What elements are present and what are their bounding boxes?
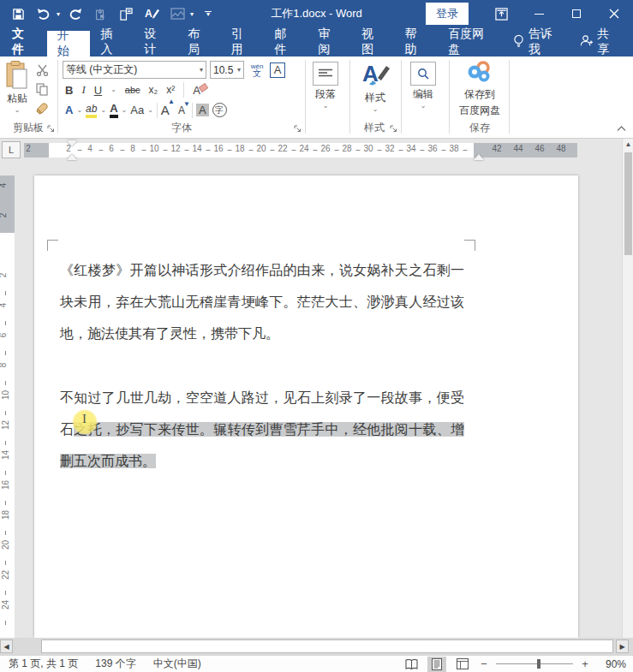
editing-button[interactable]: 编辑 ⌄: [410, 62, 436, 109]
tab-file[interactable]: 文件: [0, 27, 47, 56]
tab-mailings[interactable]: 邮件: [264, 27, 308, 56]
tab-review[interactable]: 审阅: [308, 27, 351, 56]
text-line[interactable]: 《红楼梦》开篇以神话形式介绍作品的由来，说女娲补天之石剩一: [60, 254, 464, 286]
close-button[interactable]: [595, 0, 633, 27]
vertical-scrollbar[interactable]: ▲: [622, 139, 633, 638]
strikethrough-button[interactable]: abc: [125, 85, 140, 95]
new-comment-icon[interactable]: [115, 3, 137, 24]
tab-home[interactable]: 开始: [47, 31, 91, 56]
print-layout-icon[interactable]: [427, 657, 446, 672]
right-indent-marker[interactable]: [474, 154, 484, 160]
highlight-dropdown-icon[interactable]: ⌄: [100, 108, 106, 113]
save-to-baidu-button[interactable]: 保存到 百度网盘: [454, 61, 505, 118]
cut-button[interactable]: [33, 62, 51, 79]
zoom-slider-thumb[interactable]: [537, 659, 540, 669]
zoom-in-icon[interactable]: +: [580, 657, 590, 670]
document-text[interactable]: 《红楼梦》开篇以神话形式介绍作品的由来，说女娲补天之石剩一块未用，弃在大荒山无稽…: [60, 254, 464, 509]
change-case-dropdown-icon[interactable]: ⌄: [147, 108, 153, 113]
scroll-right-icon[interactable]: ▶: [616, 639, 629, 653]
read-mode-icon[interactable]: [402, 657, 421, 672]
maximize-button[interactable]: [558, 0, 595, 27]
ribbon-display-options-icon[interactable]: [482, 0, 520, 27]
font-dialog-launcher-icon[interactable]: [294, 123, 302, 135]
redo-icon[interactable]: [63, 3, 86, 24]
undo-dropdown-icon[interactable]: ▾: [57, 10, 60, 18]
underline-button[interactable]: U: [94, 84, 102, 97]
format-painter-button[interactable]: [33, 99, 51, 116]
save-icon[interactable]: [7, 3, 29, 24]
tab-stop-selector[interactable]: L: [2, 141, 21, 158]
clear-formatting-button[interactable]: A: [193, 84, 200, 97]
tab-baidu-netdisk[interactable]: 百度网盘: [438, 27, 504, 56]
tab-insert[interactable]: 插入: [90, 27, 134, 56]
font-edit-icon[interactable]: A: [140, 3, 163, 24]
font-name-combo[interactable]: 等线 (中文正文) ▾: [63, 61, 206, 79]
styles-button[interactable]: A 样式 ⌄: [361, 61, 390, 112]
zoom-level[interactable]: 90%: [597, 658, 626, 670]
paragraph[interactable]: 不知过了几世几劫，空空道人路过，见石上刻录了一段故事，便受石之托，抄写下来传世。…: [60, 382, 464, 477]
font-color-dropdown-icon[interactable]: ⌄: [122, 108, 128, 113]
character-shading-button[interactable]: A: [196, 104, 209, 116]
paragraph-dropdown-icon[interactable]: ⌄: [323, 104, 329, 109]
scroll-up-icon[interactable]: ▲: [623, 139, 633, 150]
zoom-out-icon[interactable]: −: [479, 657, 489, 670]
grow-font-button[interactable]: A▲: [161, 103, 170, 117]
share-button[interactable]: 共享: [570, 27, 633, 56]
horizontal-scrollbar[interactable]: ◀ ▶: [0, 638, 633, 655]
selected-text[interactable]: 删五次而成书。: [60, 454, 156, 468]
paste-dropdown-icon[interactable]: ⌄: [15, 108, 21, 113]
change-case-button[interactable]: Aa: [130, 104, 144, 116]
copy-button[interactable]: [33, 80, 51, 98]
text-line[interactable]: 删五次而成书。: [60, 445, 464, 477]
tab-help[interactable]: 帮助: [395, 27, 439, 56]
phonetic-guide-button[interactable]: wén 文: [248, 62, 266, 79]
paragraph[interactable]: 《红楼梦》开篇以神话形式介绍作品的由来，说女娲补天之石剩一块未用，弃在大荒山无稽…: [60, 254, 464, 349]
enclose-characters-button[interactable]: 字: [212, 103, 227, 117]
superscript-button[interactable]: x²: [166, 84, 175, 96]
styles-dropdown-icon[interactable]: ⌄: [373, 107, 379, 112]
clipboard-dialog-launcher-icon[interactable]: [47, 123, 55, 135]
sign-in-button[interactable]: 登录: [426, 3, 469, 25]
font-name-dropdown-icon[interactable]: ▾: [196, 66, 203, 74]
bold-button[interactable]: B: [65, 84, 73, 97]
zoom-slider[interactable]: [496, 663, 573, 664]
underline-dropdown-icon[interactable]: ⌄: [110, 87, 116, 92]
vertical-scroll-thumb[interactable]: [624, 152, 632, 255]
selected-text[interactable]: 之托，抄写下来传世。辗转传到曹雪芹手中，经他批阅十载、增: [74, 422, 464, 437]
collapse-ribbon-icon[interactable]: [617, 122, 626, 134]
tab-design[interactable]: 设计: [134, 27, 177, 56]
minimize-button[interactable]: [520, 0, 558, 27]
paste-button[interactable]: 粘贴 ⌄: [4, 61, 30, 113]
web-layout-icon[interactable]: [453, 657, 472, 672]
tab-layout[interactable]: 布局: [177, 27, 221, 56]
word-count[interactable]: 139 个字: [87, 657, 144, 671]
horizontal-ruler[interactable]: 2 24681012141618202224262830323436384244…: [24, 143, 577, 158]
tab-view[interactable]: 视图: [351, 27, 395, 56]
text-line[interactable]: 不知过了几世几劫，空空道人路过，见石上刻录了一段故事，便受: [60, 382, 464, 413]
font-size-dropdown-icon[interactable]: ▾: [234, 66, 241, 74]
language-indicator[interactable]: 中文(中国): [145, 657, 210, 671]
hanging-indent-marker[interactable]: [67, 154, 77, 160]
undo-icon[interactable]: [33, 3, 55, 24]
shrink-font-button[interactable]: A▼: [178, 104, 185, 116]
text-line[interactable]: 石之托，抄写下来传世。辗转传到曹雪芹手中，经他批阅十载、增: [60, 413, 464, 445]
font-color-button[interactable]: A: [110, 102, 117, 118]
page-indicator[interactable]: 第 1 页, 共 1 页: [0, 657, 87, 671]
paragraph-button[interactable]: 段落 ⌄: [313, 62, 338, 109]
document-area[interactable]: 4224681012141618202224 《红楼梦》开篇以神话形式介绍作品的…: [0, 163, 622, 638]
document-page[interactable]: 《红楼梦》开篇以神话形式介绍作品的由来，说女娲补天之石剩一块未用，弃在大荒山无稽…: [34, 175, 578, 638]
tab-references[interactable]: 引用: [221, 27, 265, 56]
highlight-color-button[interactable]: ab: [86, 103, 97, 118]
text-effects-button[interactable]: A: [65, 104, 73, 116]
text-line[interactable]: 块未用，弃在大荒山无稽崖青埂峰下。茫茫大士、渺渺真人经过该: [60, 286, 464, 318]
tell-me-box[interactable]: 告诉我: [505, 27, 570, 56]
styles-dialog-launcher-icon[interactable]: [390, 123, 397, 135]
italic-button[interactable]: I: [81, 83, 85, 97]
vertical-ruler[interactable]: 4224681012141618202224: [0, 175, 15, 638]
scroll-left-icon[interactable]: ◀: [0, 639, 13, 653]
editing-dropdown-icon[interactable]: ⌄: [421, 104, 427, 109]
text-effects-dropdown-icon[interactable]: ⌄: [76, 108, 82, 113]
subscript-button[interactable]: x₂: [149, 84, 158, 96]
customize-qat-icon[interactable]: ▾: [197, 3, 219, 24]
horizontal-scroll-thumb[interactable]: [41, 639, 613, 653]
